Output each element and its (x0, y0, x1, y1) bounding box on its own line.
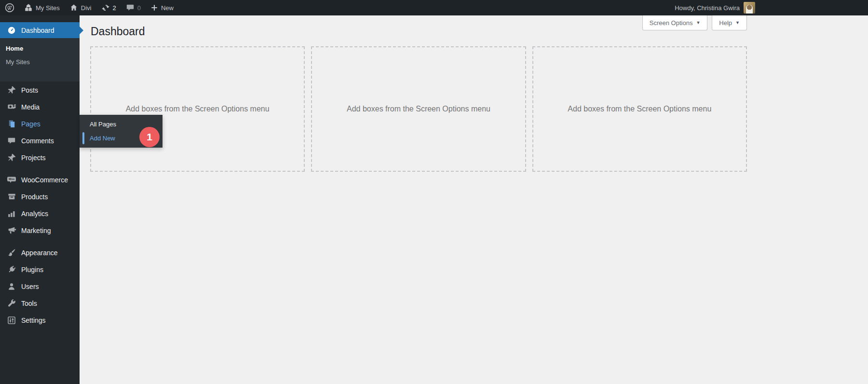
new-label: New (161, 4, 174, 12)
sidebar-subitem-home[interactable]: Home (0, 42, 80, 55)
sidebar-item-label: Plugins (21, 266, 43, 274)
howdy-label: Howdy, Christina Gwira (675, 4, 740, 12)
sidebar-item-woocommerce[interactable]: Woo WooCommerce (0, 171, 80, 188)
sidebar-item-label: Settings (21, 316, 46, 324)
comment-bubble-icon (126, 3, 135, 12)
updates-count: 2 (113, 4, 116, 12)
metabox-column-2: Add boxes from the Screen Options menu (311, 46, 526, 172)
admin-sidebar: Dashboard Home My Sites Posts Media (0, 15, 80, 384)
placeholder-text: Add boxes from the Screen Options menu (347, 105, 490, 113)
megaphone-icon (7, 226, 16, 235)
sidebar-item-tools[interactable]: Tools (0, 295, 80, 312)
plug-icon (7, 265, 16, 274)
sidebar-item-pages[interactable]: Pages (0, 115, 80, 132)
sidebar-item-plugins[interactable]: Plugins (0, 261, 80, 278)
sidebar-item-label: Dashboard (21, 27, 54, 34)
sidebar-item-comments[interactable]: Comments (0, 132, 80, 149)
plus-icon (150, 4, 158, 12)
new-content-menu[interactable]: New (146, 0, 178, 15)
sidebar-item-label: Marketing (21, 227, 51, 234)
user-icon (7, 282, 16, 291)
metabox-column-1: Add boxes from the Screen Options menu (90, 46, 305, 172)
products-box-icon (7, 192, 16, 202)
sidebar-item-label: WooCommerce (21, 176, 68, 184)
site-name-label: Divi (81, 4, 92, 12)
paintbrush-icon (7, 248, 16, 258)
pages-flyout-submenu: All Pages Add New 1 (80, 115, 163, 148)
help-button[interactable]: Help ▼ (712, 15, 747, 30)
metabox-column-3: Add boxes from the Screen Options menu (532, 46, 747, 172)
sidebar-item-settings[interactable]: Settings (0, 312, 80, 329)
wrench-icon (7, 299, 16, 308)
my-sites-icon (24, 3, 33, 12)
placeholder-text: Add boxes from the Screen Options menu (568, 105, 711, 113)
site-menu[interactable]: Divi (65, 0, 96, 15)
comments-menu[interactable]: 0 (121, 0, 146, 15)
page-title: Dashboard (91, 25, 145, 38)
wordpress-logo[interactable] (0, 0, 19, 15)
dashboard-metabox-columns: Add boxes from the Screen Options menu A… (90, 46, 747, 172)
chevron-down-icon: ▼ (696, 21, 700, 25)
bar-chart-icon (7, 209, 16, 219)
sidebar-item-marketing[interactable]: Marketing (0, 222, 80, 239)
sidebar-item-products[interactable]: Products (0, 188, 80, 205)
pages-icon (7, 119, 16, 129)
sidebar-subitem-my-sites[interactable]: My Sites (0, 55, 80, 69)
placeholder-text: Add boxes from the Screen Options menu (126, 105, 270, 113)
media-icon (7, 102, 16, 112)
account-menu[interactable]: Howdy, Christina Gwira (675, 2, 868, 14)
sidebar-item-label: Media (21, 103, 40, 111)
wordpress-logo-icon (5, 3, 14, 13)
sidebar-item-users[interactable]: Users (0, 278, 80, 295)
woocommerce-icon: Woo (7, 175, 16, 185)
dashboard-submenu: Home My Sites (0, 38, 80, 82)
chevron-down-icon: ▼ (735, 21, 740, 25)
main-content: Dashboard Screen Options ▼ Help ▼ Add bo… (80, 15, 868, 384)
sidebar-item-appearance[interactable]: Appearance (0, 244, 80, 261)
sidebar-item-label: Comments (21, 137, 54, 145)
sidebar-item-label: Users (21, 283, 39, 290)
comments-icon (7, 136, 16, 146)
sidebar-item-label: Products (21, 193, 48, 201)
sidebar-item-label: Appearance (21, 249, 58, 257)
sidebar-item-posts[interactable]: Posts (0, 82, 80, 98)
comments-count: 0 (137, 4, 141, 12)
header-tabs: Screen Options ▼ Help ▼ (642, 15, 747, 30)
screen-options-button[interactable]: Screen Options ▼ (642, 15, 708, 30)
current-item-indicator (82, 132, 84, 144)
svg-text:Woo: Woo (9, 178, 15, 180)
admin-bar: My Sites Divi 2 0 New Howdy, Christina G… (0, 0, 868, 15)
avatar (744, 2, 755, 14)
step-annotation-badge: 1 (139, 127, 160, 147)
updates-menu[interactable]: 2 (96, 0, 121, 15)
updates-icon (101, 3, 110, 12)
sidebar-item-label: Posts (21, 86, 38, 94)
sidebar-item-dashboard[interactable]: Dashboard (0, 22, 80, 38)
sidebar-item-label: Projects (21, 154, 46, 162)
pushpin-icon (7, 153, 16, 163)
pushpin-icon (7, 85, 16, 95)
sidebar-item-analytics[interactable]: Analytics (0, 205, 80, 222)
my-sites-label: My Sites (36, 4, 60, 12)
my-sites-menu[interactable]: My Sites (19, 0, 65, 15)
sidebar-item-media[interactable]: Media (0, 98, 80, 115)
sidebar-item-label: Pages (21, 120, 41, 128)
sidebar-item-label: Tools (21, 300, 37, 307)
home-icon (69, 3, 78, 12)
sidebar-item-label: Analytics (21, 210, 48, 218)
settings-sliders-icon (7, 315, 16, 325)
dashboard-gauge-icon (7, 26, 16, 35)
active-item-arrow (80, 27, 83, 34)
sidebar-item-projects[interactable]: Projects (0, 149, 80, 166)
